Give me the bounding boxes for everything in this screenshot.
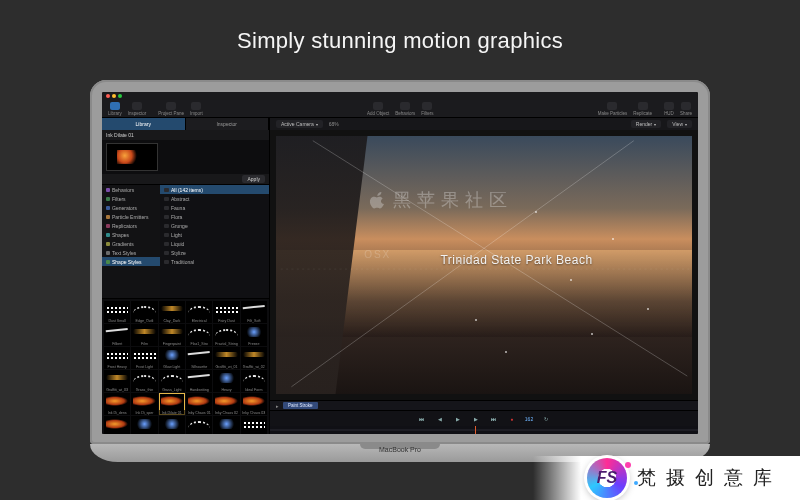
preset-thumb[interactable]: Ink Dilate 01 — [159, 393, 185, 415]
tab-inspector[interactable]: Inspector — [186, 118, 270, 130]
preset-thumb[interactable]: Heavy — [213, 370, 239, 392]
category-gradients[interactable]: Gradients — [102, 239, 160, 248]
subcategory-stylize[interactable]: Stylize — [160, 248, 269, 257]
preset-thumb[interactable]: Freeze — [241, 324, 267, 346]
preset-thumb[interactable]: Filt_Soft — [241, 301, 267, 323]
subcategory-label: Liquid — [171, 241, 184, 247]
preset-thumb[interactable]: Electrical — [186, 301, 212, 323]
preset-thumb[interactable]: Grass_thin — [131, 370, 157, 392]
stroke-preview-icon — [188, 374, 211, 383]
preset-thumb[interactable]: Scribble — [186, 416, 212, 434]
tb-btn-hud[interactable]: HUD — [664, 102, 674, 116]
step-fwd-button[interactable]: ▶ — [471, 414, 481, 424]
window-traffic-lights[interactable] — [106, 94, 122, 98]
subcategory-light[interactable]: Light — [160, 230, 269, 239]
category-replicators[interactable]: Replicators — [102, 221, 160, 230]
subcategory-liquid[interactable]: Liquid — [160, 239, 269, 248]
category-generators[interactable]: Generators — [102, 203, 160, 212]
preset-thumb[interactable]: Fingerpaint — [159, 324, 185, 346]
subcategory-flora[interactable]: Flora — [160, 212, 269, 221]
preset-thumb[interactable]: Silhouette — [186, 347, 212, 369]
page-headline: Simply stunning motion graphics — [0, 0, 800, 70]
preset-thumb[interactable]: Filbert — [104, 324, 130, 346]
preset-thumb[interactable]: Ink Di_sper — [131, 393, 157, 415]
subcategory-fauna[interactable]: Fauna — [160, 203, 269, 212]
subcategory-abstract[interactable]: Abstract — [160, 194, 269, 203]
preset-thumb-label: Ideal Form — [241, 387, 267, 392]
playhead[interactable] — [475, 426, 476, 434]
preset-thumb[interactable]: Inky Chaos 02 — [213, 393, 239, 415]
zoom-percent[interactable]: 68% — [329, 121, 339, 127]
panel-tabs: Library Inspector — [102, 118, 269, 130]
preset-thumb-label: Freeze — [241, 341, 267, 346]
tb-btn-replicate[interactable]: Replicate — [633, 102, 652, 116]
tb-btn-make-particles[interactable]: Make Particles — [598, 102, 628, 116]
zoom-icon[interactable] — [118, 94, 122, 98]
preset-thumb[interactable]: Graffiti_wi_03 — [104, 370, 130, 392]
record-button[interactable]: ● — [507, 414, 517, 424]
preset-thumb[interactable]: Handwriting — [186, 370, 212, 392]
tb-btn-import[interactable]: Import — [190, 102, 203, 116]
category-shape-styles[interactable]: Shape Styles — [102, 257, 160, 266]
view-dropdown[interactable]: View — [667, 120, 692, 128]
preset-thumb[interactable]: Frost Heavy — [104, 347, 130, 369]
tb-btn-add-object[interactable]: Add Object — [367, 102, 389, 116]
category-particle-emitters[interactable]: Particle Emitters — [102, 212, 160, 221]
toolbar-label: Filters — [421, 111, 433, 116]
subcategory-traditional[interactable]: Traditional — [160, 257, 269, 266]
preset-thumb[interactable]: Edge_Outli — [131, 301, 157, 323]
stroke-preview-icon — [243, 421, 265, 428]
apply-button[interactable]: Apply — [242, 175, 265, 183]
tb-btn-share[interactable]: Share — [680, 102, 692, 116]
preset-thumb[interactable]: Inky Chaos 03 — [241, 393, 267, 415]
tb-btn-inspector[interactable]: Inspector — [128, 102, 147, 116]
preset-thumb[interactable]: Fairy Dust — [213, 301, 239, 323]
preset-thumb[interactable]: Frost Light — [131, 347, 157, 369]
preset-thumb[interactable]: Glow Light — [159, 347, 185, 369]
tab-library[interactable]: Library — [102, 118, 186, 130]
tb-btn-project-pane[interactable]: Project Pane — [158, 102, 184, 116]
category-text-styles[interactable]: Text Styles — [102, 248, 160, 257]
preset-thumb[interactable]: Graffiti_wi_02 — [241, 347, 267, 369]
preset-thumb[interactable]: Spark — [241, 416, 267, 434]
preset-thumb[interactable]: Clay_Dark — [159, 301, 185, 323]
preset-thumb[interactable]: Graffiti_wi_01 — [213, 347, 239, 369]
preset-thumb[interactable]: Smoke — [213, 416, 239, 434]
preset-thumb[interactable]: Plasma — [131, 416, 157, 434]
preset-thumb[interactable]: Ink Di_dens — [104, 393, 130, 415]
layer-chip-paint-stroke[interactable]: Paint Stroke — [283, 402, 318, 409]
preset-thumb[interactable]: Ideal Form — [241, 370, 267, 392]
preset-thumb[interactable]: Inky Chaos 04 — [104, 416, 130, 434]
render-dropdown[interactable]: Render — [631, 120, 661, 128]
category-filters[interactable]: Filters — [102, 194, 160, 203]
viewer-canvas[interactable]: 黑苹果社区 OSX Trinidad State Park Beach — [270, 130, 698, 400]
preset-thumb[interactable]: Inky Chaos 01 — [186, 393, 212, 415]
asset-preview — [102, 140, 269, 174]
preset-thumb[interactable]: Flax1_Stro — [186, 324, 212, 346]
preset-thumb[interactable]: Fractal_String — [213, 324, 239, 346]
category-behaviors[interactable]: Behaviors — [102, 185, 160, 194]
minimize-icon[interactable] — [112, 94, 116, 98]
preset-thumb[interactable]: Grass_Light — [159, 370, 185, 392]
subcategory-all[interactable]: All (142 items) — [160, 185, 269, 194]
tb-btn-filters[interactable]: Filters — [421, 102, 433, 116]
preset-thumb[interactable]: Film — [131, 324, 157, 346]
close-icon[interactable] — [106, 94, 110, 98]
loop-button[interactable]: ↻ — [541, 414, 551, 424]
preset-thumb-label: Handwriting — [186, 387, 212, 392]
preset-thumb[interactable]: Plasma 02 — [159, 416, 185, 434]
camera-dropdown[interactable]: Active Camera — [276, 120, 323, 128]
play-button[interactable]: ▶ — [453, 414, 463, 424]
tb-btn-behaviors[interactable]: Behaviors — [395, 102, 415, 116]
stroke-preview-icon — [188, 351, 211, 360]
go-start-button[interactable]: ⏮ — [417, 414, 427, 424]
category-shapes[interactable]: Shapes — [102, 230, 160, 239]
timeline-ruler[interactable] — [270, 426, 698, 434]
step-back-button[interactable]: ◀ — [435, 414, 445, 424]
go-end-button[interactable]: ⏭ — [489, 414, 499, 424]
subcategory-grunge[interactable]: Grunge — [160, 221, 269, 230]
layer-caret-icon[interactable]: ▸ — [276, 403, 279, 409]
toolbar-label: Library — [108, 111, 122, 116]
tb-btn-library[interactable]: Library — [108, 102, 122, 116]
preset-thumb[interactable]: Dust Small — [104, 301, 130, 323]
